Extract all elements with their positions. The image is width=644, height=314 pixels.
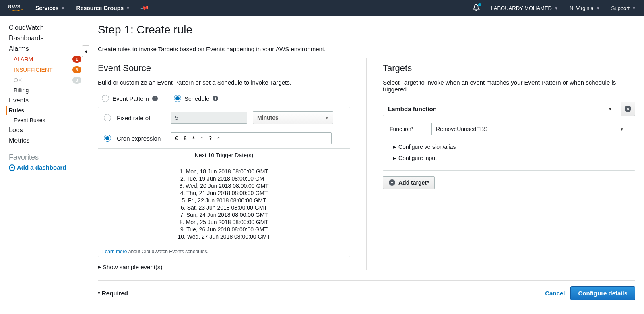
services-menu[interactable]: Services▼ (35, 5, 65, 11)
event-pattern-radio[interactable]: Event Patterni (102, 95, 158, 102)
resource-groups-menu[interactable]: Resource Groups▼ (76, 5, 130, 11)
schedule-box: Fixed rate of Minutes▼ Cron expression N… (98, 107, 350, 257)
fixed-rate-unit-select[interactable]: Minutes▼ (253, 111, 333, 124)
fixed-rate-radio[interactable] (104, 114, 111, 121)
event-source-heading: Event Source (98, 63, 350, 73)
trigger-date: 8. Mon, 25 Jun 2018 08:00:00 GMT (104, 218, 344, 226)
nav-billing[interactable]: Billing (9, 85, 89, 95)
configure-details-button[interactable]: Configure details (570, 286, 635, 300)
pin-icon[interactable]: 📌 (140, 4, 149, 13)
event-source-desc: Build or customize an Event Pattern or s… (98, 79, 350, 86)
trigger-date: 7. Sun, 24 Jun 2018 08:00:00 GMT (104, 211, 344, 218)
page-subtitle: Create rules to invoke Targets based on … (98, 40, 635, 58)
targets-desc: Select Target to invoke when an event ma… (383, 79, 635, 93)
caret-down-icon: ▼ (126, 6, 130, 10)
fixed-rate-input[interactable] (171, 112, 247, 124)
page-title: Step 1: Create rule (98, 23, 635, 36)
nav-rules[interactable]: Rules (6, 106, 89, 115)
trigger-date: 9. Tue, 26 Jun 2018 08:00:00 GMT (104, 226, 344, 233)
configure-version-alias[interactable]: ▶Configure version/alias (390, 141, 628, 152)
region-menu[interactable]: N. Virginia▼ (570, 5, 600, 11)
notifications-icon[interactable] (473, 4, 480, 12)
form-footer: * Required Cancel Configure details (98, 280, 635, 300)
nav-event-buses[interactable]: Event Buses (9, 115, 89, 125)
targets-column: Targets Select Target to invoke when an … (367, 58, 635, 270)
required-note: * Required (98, 290, 128, 297)
nav-logs[interactable]: Logs (9, 125, 89, 135)
add-target-button[interactable]: +Add target* (383, 176, 435, 189)
plus-circle-icon: + (9, 164, 15, 171)
nav-alarms[interactable]: Alarms (9, 44, 89, 54)
plus-circle-icon: + (389, 179, 395, 186)
schedule-radio[interactable]: Schedulei (174, 95, 219, 102)
caret-down-icon: ▼ (325, 116, 329, 120)
aws-logo[interactable]: aws (8, 3, 24, 13)
insufficient-count-badge: 6 (72, 66, 81, 73)
remove-target-button[interactable]: ✕ (621, 102, 635, 116)
main-content: Step 1: Create rule Create rules to invo… (89, 16, 644, 314)
nav-events[interactable]: Events (9, 95, 89, 106)
function-select[interactable]: RemoveUnusedEBS▼ (431, 123, 628, 135)
info-icon[interactable]: i (152, 96, 158, 101)
nav-cloudwatch[interactable]: CloudWatch (9, 23, 89, 33)
caret-down-icon: ▼ (632, 6, 636, 10)
nav-insufficient[interactable]: INSUFFICIENT6 (9, 64, 89, 75)
caret-right-icon: ▶ (393, 144, 396, 150)
nav-ok[interactable]: OK0 (9, 75, 89, 85)
cancel-button[interactable]: Cancel (545, 290, 565, 297)
trigger-date: 2. Tue, 19 Jun 2018 08:00:00 GMT (104, 175, 344, 182)
trigger-date: 1. Mon, 18 Jun 2018 08:00:00 GMT (104, 168, 344, 175)
support-menu[interactable]: Support▼ (611, 5, 636, 11)
favorites-header: Favorites (9, 152, 89, 164)
add-dashboard-link[interactable]: +Add a dashboard (9, 164, 89, 171)
info-icon[interactable]: i (213, 96, 218, 101)
user-menu[interactable]: LABOUARDY MOHAMED▼ (491, 5, 558, 11)
target-config-panel: Function* RemoveUnusedEBS▼ ▶Configure ve… (383, 116, 635, 171)
nav-metrics[interactable]: Metrics (9, 135, 89, 146)
learn-more-link[interactable]: Learn more (102, 249, 127, 254)
caret-down-icon: ▼ (554, 6, 558, 10)
sidebar: ◀ CloudWatch Dashboards Alarms ALARM1 IN… (0, 16, 89, 314)
caret-down-icon: ▼ (61, 6, 65, 10)
cron-expression-radio[interactable] (104, 135, 111, 142)
close-icon: ✕ (625, 106, 631, 112)
targets-heading: Targets (383, 63, 635, 73)
cron-expression-label: Cron expression (117, 135, 165, 142)
caret-down-icon: ▼ (596, 6, 600, 10)
learn-more-row: Learn more about CloudWatch Events sched… (98, 246, 350, 257)
target-type-select[interactable]: Lambda function▼ (383, 102, 617, 116)
caret-down-icon: ▼ (608, 107, 612, 111)
nav-alarm-red[interactable]: ALARM1 (9, 54, 89, 64)
show-sample-events[interactable]: ▶Show sample event(s) (98, 264, 350, 270)
fixed-rate-label: Fixed rate of (117, 114, 165, 121)
caret-right-icon: ▶ (98, 264, 101, 270)
event-source-column: Event Source Build or customize an Event… (98, 58, 367, 270)
configure-input[interactable]: ▶Configure input (390, 152, 628, 164)
trigger-dates-list: 1. Mon, 18 Jun 2018 08:00:00 GMT 2. Tue,… (98, 162, 350, 246)
alarm-count-badge: 1 (72, 56, 81, 63)
ok-count-badge: 0 (72, 77, 81, 84)
trigger-date: 4. Thu, 21 Jun 2018 08:00:00 GMT (104, 189, 344, 197)
sidebar-collapse-button[interactable]: ◀ (82, 45, 89, 57)
trigger-dates-header: Next 10 Trigger Date(s) (98, 148, 350, 162)
trigger-date: 5. Fri, 22 Jun 2018 08:00:00 GMT (104, 197, 344, 204)
caret-down-icon: ▼ (620, 127, 624, 131)
global-header: aws Services▼ Resource Groups▼ 📌 LABOUAR… (0, 0, 644, 16)
cron-expression-input[interactable] (171, 132, 332, 144)
caret-right-icon: ▶ (393, 156, 396, 161)
trigger-date: 3. Wed, 20 Jun 2018 08:00:00 GMT (104, 182, 344, 189)
trigger-date: 10. Wed, 27 Jun 2018 08:00:00 GMT (104, 233, 344, 240)
nav-dashboards[interactable]: Dashboards (9, 33, 89, 44)
function-label: Function* (390, 126, 426, 132)
trigger-date: 6. Sat, 23 Jun 2018 08:00:00 GMT (104, 204, 344, 211)
